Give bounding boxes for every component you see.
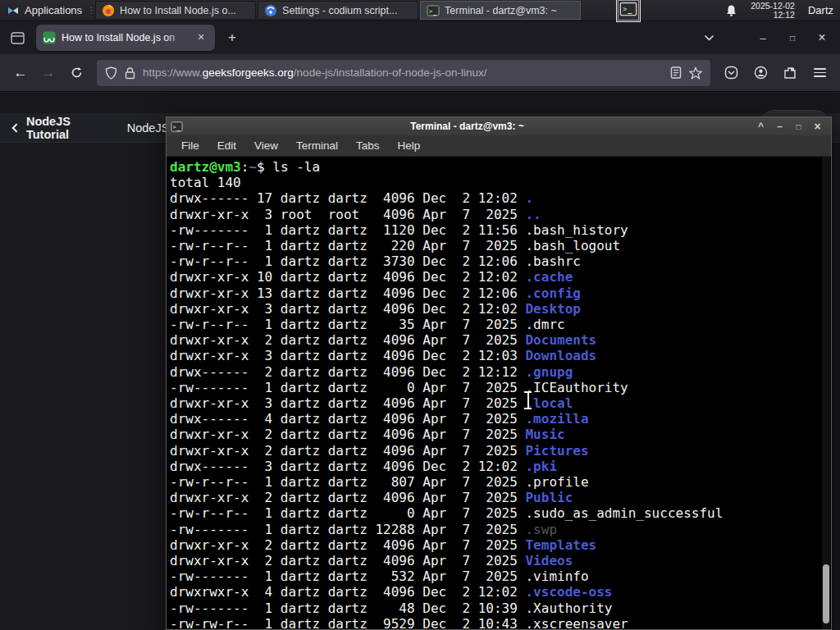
terminal-output[interactable]: dartz@vm3:~$ ls -la total 140 drwx------… [167, 157, 831, 629]
clock-date: 2025-12-02 [751, 2, 795, 11]
url-bar[interactable]: https://www.geeksforgeeks.org/node-js/in… [97, 60, 710, 86]
taskbar-window-terminal[interactable]: > _ Terminal - dartz@vm3: ~ [420, 1, 581, 20]
terminal-window: > _ Terminal - dartz@vm3: ~ ^ – □ × File… [166, 116, 832, 630]
account-button[interactable] [748, 61, 773, 85]
pocket-button[interactable] [719, 61, 743, 85]
terminal-line: drwxr-xr-x 13 dartz dartz 4096 Dec 2 12:… [170, 285, 831, 301]
reader-mode-icon[interactable] [670, 66, 682, 79]
terminal-line: drwxrwxr-x 4 dartz dartz 4096 Dec 2 12:0… [170, 584, 831, 600]
terminal-close-button[interactable]: × [808, 120, 827, 133]
terminal-line: -rw-r--r-- 1 dartz dartz 807 Apr 7 2025 … [170, 474, 831, 490]
file-name: Downloads [525, 348, 596, 363]
menu-button[interactable] [807, 61, 832, 85]
terminal-line: drwxr-xr-x 2 dartz dartz 4096 Apr 7 2025… [170, 537, 831, 553]
taskbar-window-codium[interactable]: Settings - codium script... [258, 1, 418, 20]
site-nav-back-label: NodeJS Tutorial [26, 115, 106, 141]
notifications-bell-icon[interactable] [725, 4, 737, 17]
window-minimize-button[interactable]: – [750, 27, 776, 48]
terminal-line: -rw-r--r-- 1 dartz dartz 3730 Dec 2 12:0… [170, 253, 831, 269]
firefox-view-button[interactable] [5, 26, 30, 49]
terminal-title: Terminal - dartz@vm3: ~ [183, 121, 751, 132]
file-name: Desktop [525, 301, 580, 317]
file-name: .vscode-oss [525, 584, 612, 600]
window-close-button[interactable]: × [809, 27, 835, 48]
svg-text:>: > [623, 5, 627, 13]
terminal-scrollbar[interactable] [822, 157, 830, 629]
window-maximize-button[interactable]: □ [779, 27, 806, 48]
file-name: Pictures [525, 443, 588, 459]
extensions-button[interactable] [778, 61, 802, 85]
terminal-menu-view[interactable]: View [246, 137, 286, 154]
file-name: .ICEauthority [525, 380, 628, 395]
terminal-menu-terminal[interactable]: Terminal [288, 137, 346, 154]
terminal-scrollbar-thumb[interactable] [823, 564, 829, 623]
desktop: Applications ⋮ How to Install Node.js o.… [0, 0, 840, 630]
terminal-menu-edit[interactable]: Edit [209, 137, 244, 154]
back-button[interactable]: ← [8, 61, 33, 85]
taskbar-window-title: Settings - codium script... [282, 5, 397, 16]
site-nav-back[interactable]: NodeJS Tutorial [11, 115, 106, 141]
file-name: Music [525, 427, 564, 442]
browser-tab[interactable]: How to Install Node.js on × [36, 25, 215, 51]
terminal-menu-file[interactable]: File [173, 137, 208, 154]
panel-clock[interactable]: 2025-12-02 12:12 [751, 2, 795, 20]
tab-close-icon[interactable]: × [194, 30, 208, 45]
forward-button[interactable]: → [36, 61, 61, 85]
new-tab-button[interactable]: + [220, 26, 244, 49]
geeksforgeeks-favicon [43, 31, 56, 44]
file-name: .profile [525, 474, 588, 490]
file-name: .viminfo [525, 568, 588, 584]
xfce-logo-icon [7, 4, 20, 17]
svg-text:_: _ [177, 124, 180, 130]
terminal-line: drwxr-xr-x 2 dartz dartz 4096 Apr 7 2025… [170, 427, 831, 442]
file-name: .bash_logout [525, 238, 620, 253]
terminal-icon: > _ [619, 2, 637, 16]
terminal-minimize-button[interactable]: – [770, 121, 789, 132]
ls-output: drwx------ 17 dartz dartz 4096 Dec 2 12:… [170, 190, 831, 629]
codium-icon [264, 4, 277, 17]
workspace-terminal-indicator[interactable]: > _ [616, 0, 641, 22]
panel-separator: ⋮ [89, 0, 94, 21]
file-name: .pki [525, 459, 557, 474]
taskbar-window-title: How to Install Node.js o... [120, 5, 236, 16]
terminal-menu-help[interactable]: Help [390, 137, 429, 154]
terminal-line: drwxr-xr-x 2 dartz dartz 4096 Apr 7 2025… [170, 443, 831, 459]
terminal-menubar: FileEditViewTerminalTabsHelp [167, 135, 831, 157]
applications-label: Applications [25, 4, 82, 16]
terminal-line: -rw-r--r-- 1 dartz dartz 0 Apr 7 2025 .s… [170, 505, 831, 521]
svg-text:>: > [173, 123, 176, 130]
file-name: . [525, 190, 533, 206]
reload-button[interactable] [64, 61, 89, 85]
chevron-down-icon [704, 34, 714, 41]
terminal-shade-button[interactable]: ^ [751, 121, 770, 132]
firefox-view-icon [11, 32, 25, 44]
taskbar-window-firefox[interactable]: How to Install Node.js o... [95, 1, 256, 20]
terminal-line: -rw------- 1 dartz dartz 12288 Apr 7 202… [170, 522, 831, 537]
terminal-command: ls -la [272, 159, 320, 175]
browser-toolbar: ← → https://www.geeksforgeeks.org/node-j… [0, 54, 840, 92]
list-all-tabs-button[interactable] [696, 27, 722, 48]
bookmark-star-icon[interactable] [689, 66, 702, 80]
file-name: .xscreensaver [525, 616, 628, 629]
file-name: .bash_history [525, 222, 628, 238]
applications-menu-button[interactable]: Applications [0, 0, 89, 21]
file-name: Documents [525, 332, 596, 348]
terminal-line: -rw-r--r-- 1 dartz dartz 220 Apr 7 2025 … [170, 238, 831, 253]
lock-icon[interactable] [125, 66, 135, 80]
terminal-menu-tabs[interactable]: Tabs [348, 137, 388, 154]
taskbar-window-title: Terminal - dartz@vm3: ~ [445, 5, 557, 16]
file-name: .mozilla [525, 411, 588, 427]
user-menu[interactable]: Dartz [808, 4, 833, 16]
clock-time: 12:12 [751, 11, 795, 20]
shield-icon[interactable] [105, 66, 117, 80]
terminal-maximize-button[interactable]: □ [789, 122, 808, 131]
terminal-line: drwxr-xr-x 2 dartz dartz 4096 Apr 7 2025… [170, 553, 831, 568]
terminal-titlebar[interactable]: > _ Terminal - dartz@vm3: ~ ^ – □ × [167, 117, 831, 135]
file-name: .swp [525, 522, 557, 537]
file-name: .sudo_as_admin_successful [525, 505, 723, 521]
terminal-line: drwxr-xr-x 3 dartz dartz 4096 Dec 2 12:0… [170, 348, 831, 363]
terminal-line: drwxr-xr-x 3 dartz dartz 4096 Dec 2 12:0… [170, 301, 831, 317]
file-name: .bashrc [525, 253, 580, 269]
svg-text:>: > [429, 7, 432, 14]
svg-text:_: _ [628, 6, 632, 14]
